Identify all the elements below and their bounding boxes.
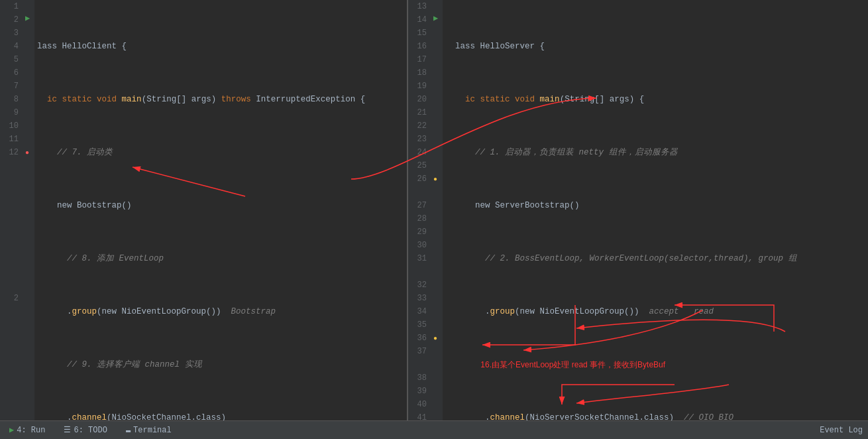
code-line-3: // 7. 启动类	[37, 146, 407, 159]
code-line-4: new Bootstrap()	[37, 199, 407, 212]
right-line-16: new ServerBootstrap()	[445, 199, 868, 212]
left-line-numbers: 1 2 3 4 5 6 7 8 9 10 11 12	[0, 0, 24, 420]
code-line-7: // 9. 选择客户端 channel 实现	[37, 358, 407, 371]
right-panel: 13 14 15 16 17 18 19 20 21 22 23 24 25 2…	[408, 0, 868, 420]
code-line-8: .channel(NioSocketChannel.class)	[37, 411, 407, 420]
todo-icon: ☰	[64, 425, 71, 435]
right-line-18: .group(new NioEventLoopGroup()) accept r…	[445, 305, 868, 318]
right-line-17: // 2. BossEventLoop, WorkerEventLoop(sel…	[445, 252, 868, 265]
terminal-tab-label: Terminal	[133, 426, 172, 435]
code-line-1: lass HelloClient {	[37, 40, 407, 53]
editor-container: 1 2 3 4 5 6 7 8 9 10 11 12	[0, 0, 868, 439]
run-tab-label: 4: Run	[17, 426, 45, 435]
right-gutter: ▶ ●	[432, 0, 443, 420]
code-line-5: // 8. 添加 EventLoop	[37, 252, 407, 265]
left-code-content[interactable]: lass HelloClient { ic static void main(S…	[34, 0, 407, 420]
right-code-area[interactable]: 13 14 15 16 17 18 19 20 21 22 23 24 25 2…	[408, 0, 868, 420]
left-code-area[interactable]: 1 2 3 4 5 6 7 8 9 10 11 12	[0, 0, 407, 420]
right-line-19-annotation: 16.由某个EventLoop处理 read 事件，接收到ByteBuf	[445, 358, 868, 371]
todo-tab[interactable]: ☰ 6: TODO	[60, 424, 111, 436]
right-line-15: // 1. 启动器，负责组装 netty 组件，启动服务器	[445, 146, 868, 159]
terminal-tab[interactable]: ▬ Terminal	[122, 424, 176, 436]
editor-main: 1 2 3 4 5 6 7 8 9 10 11 12	[0, 0, 868, 420]
right-code-content[interactable]: lass HelloServer { ic static void main(S…	[443, 0, 868, 420]
code-line-6: .group(new NioEventLoopGroup()) Bootstra…	[37, 305, 407, 318]
right-line-13: lass HelloServer {	[445, 40, 868, 53]
event-log-label: Event Log	[820, 426, 863, 435]
event-log-button[interactable]: Event Log	[820, 426, 863, 435]
terminal-icon: ▬	[126, 426, 131, 435]
bottom-bar: ▶ 4: Run ☰ 6: TODO ▬ Terminal Event Log	[0, 420, 868, 439]
right-line-14: ic static void main(String[] args) {	[445, 93, 868, 106]
todo-tab-label: 6: TODO	[74, 426, 107, 435]
run-icon: ▶	[9, 425, 14, 435]
right-line-numbers: 13 14 15 16 17 18 19 20 21 22 23 24 25 2…	[408, 0, 432, 420]
left-panel: 1 2 3 4 5 6 7 8 9 10 11 12	[0, 0, 407, 420]
run-tab[interactable]: ▶ 4: Run	[5, 424, 49, 436]
right-line-20: .channel(NioServerSocketChannel.class) /…	[445, 411, 868, 420]
left-gutter: ▶ ●	[24, 0, 34, 420]
code-line-2: ic static void main(String[] args) throw…	[37, 93, 407, 106]
